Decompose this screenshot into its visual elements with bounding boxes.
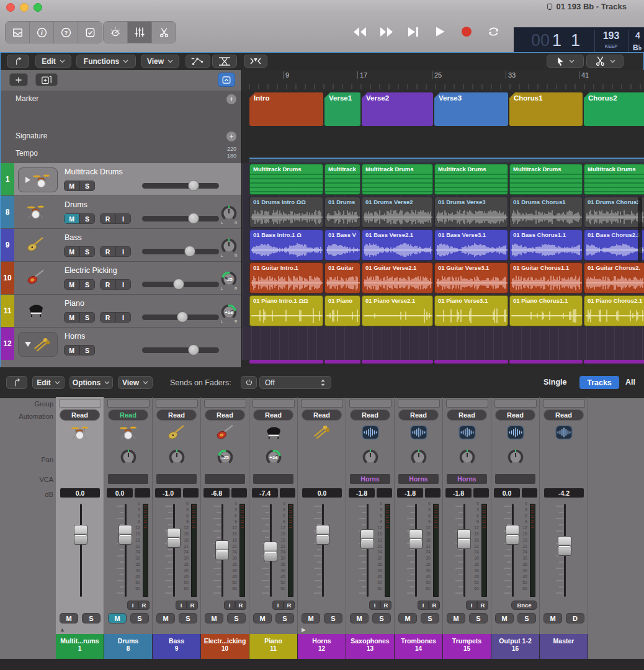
channel-strip-trumpets[interactable]: ReadHorns-1.803691215182124303540455060I…: [443, 397, 491, 658]
channel-strip-master[interactable]: Read-4.2MD: [540, 397, 588, 658]
record-enable-button[interactable]: R: [284, 601, 295, 610]
automation-button[interactable]: [186, 55, 210, 68]
bar-ruler[interactable]: 917253341: [241, 70, 644, 91]
channel-name-plate[interactable]: Bass9: [153, 634, 201, 659]
region[interactable]: 01 Drums Chorus2: [584, 197, 644, 228]
solo-button[interactable]: S: [79, 312, 95, 323]
volume-db-display[interactable]: -1.8: [349, 488, 375, 498]
track-name[interactable]: Horns: [65, 332, 85, 341]
track-volume-slider[interactable]: [142, 216, 219, 221]
region[interactable]: 01 Piano Verse3.1: [434, 295, 508, 326]
track-name[interactable]: Drums: [65, 200, 87, 209]
region[interactable]: Multitrack Drums: [584, 164, 644, 195]
mute-button[interactable]: M: [156, 613, 175, 623]
info-button[interactable]: i: [30, 22, 54, 43]
channel-name-plate[interactable]: Output 1-216: [491, 634, 540, 659]
marker-region[interactable]: Verse1: [324, 92, 360, 126]
automation-mode-button[interactable]: Read: [447, 409, 487, 421]
record-enable-button[interactable]: R: [100, 279, 115, 290]
record-enable-button[interactable]: R: [100, 213, 115, 224]
peak-level-display[interactable]: [280, 488, 295, 498]
track-name[interactable]: Bass: [65, 233, 82, 242]
marker-lane[interactable]: IntroVerse1Verse2Verse3Chorus1Chorus2: [241, 91, 644, 128]
track-pan-knob[interactable]: +26LR: [218, 303, 240, 324]
disclosure-down-icon[interactable]: [25, 342, 31, 347]
automation-mode-button[interactable]: Read: [156, 409, 197, 421]
channel-name-plate[interactable]: Trombones14: [395, 634, 443, 659]
pan-knob[interactable]: [456, 448, 478, 468]
fader-handle[interactable]: [215, 540, 229, 560]
mixer-menu-view[interactable]: View: [118, 376, 153, 389]
volume-db-display[interactable]: -1.8: [445, 488, 472, 498]
fader-handle[interactable]: [558, 536, 571, 556]
channel-strip-output-1-2[interactable]: Read0.003691215182124303540455060BnceMS: [491, 397, 540, 658]
fader-track[interactable]: [125, 504, 127, 597]
mixer-menu-edit[interactable]: Edit: [32, 376, 65, 389]
input-monitor-button[interactable]: I: [127, 601, 138, 610]
add-marker-track-button[interactable]: +: [226, 94, 236, 104]
checklist-button[interactable]: [78, 22, 102, 43]
forward-button[interactable]: [377, 22, 396, 41]
add-track-button[interactable]: [9, 73, 28, 86]
record-enable-button[interactable]: R: [235, 601, 246, 610]
solo-button[interactable]: S: [517, 613, 536, 623]
mixer-back-button[interactable]: [6, 376, 27, 389]
fader-handle[interactable]: [360, 529, 374, 549]
track-name[interactable]: Piano: [65, 299, 84, 308]
input-monitor-button[interactable]: I: [369, 601, 380, 610]
pan-knob[interactable]: -25: [214, 448, 236, 468]
region[interactable]: 01 Piano Verse2.1: [362, 295, 433, 326]
flex-button[interactable]: [212, 55, 237, 68]
channel-strip-multit-rums[interactable]: Read0.0MS▲: [56, 397, 104, 658]
input-monitor-button[interactable]: I: [115, 246, 131, 257]
region[interactable]: 01 Guitar: [324, 262, 360, 293]
track-pan-knob[interactable]: LR: [218, 237, 240, 258]
collapsed-region-strip[interactable]: [249, 360, 323, 364]
zoom-window-button[interactable]: [34, 3, 42, 12]
dim-button[interactable]: D: [566, 613, 584, 623]
collapsed-region-strip[interactable]: [434, 360, 508, 364]
tempo-lane[interactable]: [241, 145, 644, 164]
volume-slider-handle[interactable]: [188, 180, 199, 191]
vca-slot[interactable]: Horns: [398, 474, 439, 484]
channel-strip-electr-icking[interactable]: Read-25-6.803691215182124303540455060IRM…: [201, 397, 249, 658]
mute-button[interactable]: M: [398, 613, 417, 623]
automation-mode-button[interactable]: Read: [205, 409, 245, 421]
track-number[interactable]: 1: [1, 163, 14, 195]
minimize-window-button[interactable]: [20, 3, 29, 12]
record-enable-button[interactable]: R: [477, 601, 488, 610]
channel-name-plate[interactable]: Trumpets15: [443, 634, 491, 659]
vca-slot[interactable]: [495, 474, 535, 484]
channel-name-plate[interactable]: Horns12: [298, 634, 346, 659]
group-slot[interactable]: [204, 399, 246, 408]
mute-button[interactable]: M: [64, 213, 79, 224]
help-button[interactable]: ?: [54, 22, 78, 43]
track-volume-slider[interactable]: [142, 347, 219, 353]
volume-slider-handle[interactable]: [184, 246, 195, 257]
track-pan-knob[interactable]: -25LR: [218, 270, 240, 291]
menu-edit[interactable]: Edit: [35, 55, 71, 68]
group-slot[interactable]: [543, 399, 585, 408]
mixer-view-single[interactable]: Single: [543, 378, 567, 386]
record-enable-button[interactable]: R: [100, 312, 115, 323]
track-volume-slider[interactable]: [142, 249, 219, 254]
signature-lane[interactable]: [241, 128, 644, 146]
solo-button[interactable]: S: [79, 279, 95, 290]
vertical-scrollbar[interactable]: [638, 197, 642, 262]
fader-handle[interactable]: [457, 529, 471, 549]
collapsed-region-strip[interactable]: [324, 360, 360, 364]
track-volume-slider[interactable]: [142, 315, 219, 320]
record-enable-button[interactable]: R: [429, 601, 440, 610]
command-click-tool-selector[interactable]: [586, 55, 624, 68]
fader-handle[interactable]: [316, 525, 329, 545]
record-button[interactable]: [457, 22, 476, 41]
pan-knob[interactable]: [166, 448, 188, 468]
volume-db-display[interactable]: -1.0: [155, 488, 181, 498]
peak-level-display[interactable]: [522, 488, 537, 498]
fader-track[interactable]: [322, 504, 324, 597]
region[interactable]: 01 Guitar Verse2.1: [362, 262, 433, 293]
mute-button[interactable]: M: [350, 613, 369, 623]
input-monitor-button[interactable]: I: [466, 601, 477, 610]
marker-region[interactable]: Chorus1: [509, 92, 583, 126]
track-name[interactable]: Electric Picking: [65, 266, 117, 275]
